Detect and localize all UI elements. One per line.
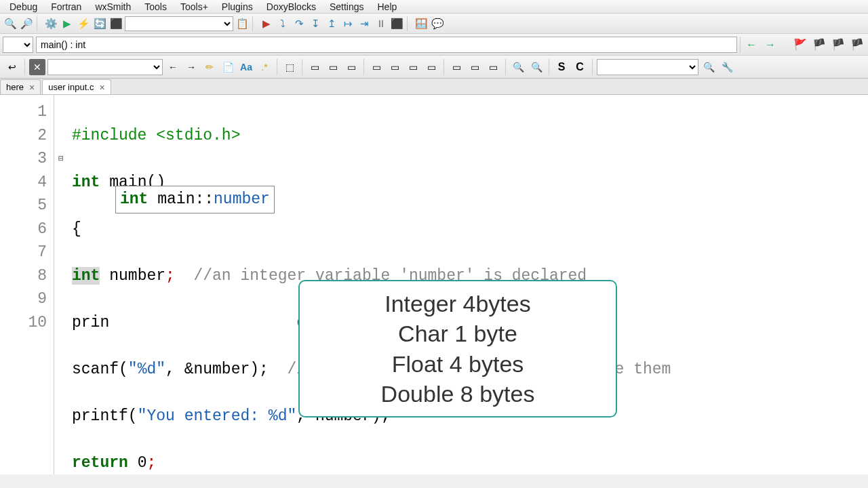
abort-icon[interactable]: ⬛ (108, 16, 123, 31)
menu-plugins[interactable]: Plugins (215, 0, 260, 14)
highlight-icon[interactable]: ✏ (201, 59, 218, 75)
menu-fortran[interactable]: Fortran (44, 0, 88, 14)
zoom-fit-icon[interactable]: 🔎 (19, 16, 34, 31)
menu-wxsmith[interactable]: wxSmith (88, 0, 138, 14)
tab-user-input[interactable]: user input.c × (42, 79, 111, 94)
clear-icon[interactable]: ✕ (29, 59, 45, 75)
line-gutter: 1 2 3 4 5 6 7 8 9 10 (0, 95, 54, 474)
bookmark-clear-icon[interactable]: 🏴 (849, 37, 865, 53)
block7-icon[interactable]: ▭ (423, 59, 439, 75)
next-line-icon[interactable]: ↷ (292, 16, 307, 31)
tab-label: here (6, 82, 24, 92)
block4-icon[interactable]: ▭ (368, 59, 384, 75)
search-toolbar: ↩ ✕ ← → ✏ 📄 Aa .* ⬚ ▭ ▭ ▭ ▭ ▭ ▭ ▭ ▭ ▭ ▭ … (0, 56, 868, 79)
find-combo[interactable] (47, 59, 163, 75)
scope-dropdown[interactable] (3, 37, 33, 53)
match-case-icon[interactable]: 📄 (220, 59, 236, 75)
symbol-combo[interactable]: main() : int (36, 37, 737, 53)
bookmark-toggle-icon[interactable]: 🚩 (792, 37, 808, 53)
step-out-icon[interactable]: ↥ (324, 16, 339, 31)
bookmark-prev-icon[interactable]: 🏴 (811, 37, 827, 53)
menu-debug[interactable]: Debug (3, 0, 44, 14)
block10-icon[interactable]: ▭ (485, 59, 501, 75)
jump-back-icon[interactable]: ↩ (4, 59, 20, 75)
tab-label: user input.c (48, 82, 94, 92)
menu-tools[interactable]: Tools (138, 0, 174, 14)
zoom-in-icon[interactable]: 🔍 (510, 59, 526, 75)
zoom-out-icon[interactable]: 🔍 (528, 59, 545, 75)
select-icon[interactable]: ⬚ (281, 59, 298, 75)
next-instr-icon[interactable]: ↦ (340, 16, 355, 31)
block1-icon[interactable]: ▭ (307, 59, 323, 75)
tab-here[interactable]: here × (0, 79, 41, 94)
zoom-icon[interactable]: 🔍 (3, 16, 18, 31)
whole-word-icon[interactable]: Aa (238, 59, 254, 75)
main-toolbar: 🔍 🔎 ⚙️ ▶ ⚡ 🔄 ⬛ 📋 ▶ ⤵ ↷ ↧ ↥ ↦ ⇥ ⏸ ⬛ 🪟 💬 (0, 14, 868, 34)
block9-icon[interactable]: ▭ (467, 59, 483, 75)
info-overlay: Integer 4bytes Char 1 byte Float 4 bytes… (298, 280, 617, 418)
menu-help[interactable]: Help (371, 0, 404, 14)
fold-column[interactable]: ⊟ (54, 95, 68, 474)
close-icon[interactable]: × (29, 82, 35, 93)
replace-combo[interactable] (597, 59, 698, 75)
info-line-4: Double 8 bytes (381, 379, 535, 409)
info-line-1: Integer 4bytes (384, 289, 530, 319)
bookmark-next-icon[interactable]: 🏴 (830, 37, 846, 53)
step-instr-icon[interactable]: ⇥ (357, 16, 372, 31)
debug-run-icon[interactable]: ▶ (259, 16, 274, 31)
block5-icon[interactable]: ▭ (387, 59, 403, 75)
info-icon[interactable]: 💬 (430, 16, 445, 31)
find-prev-icon[interactable]: ← (165, 59, 181, 75)
build-target-combo[interactable] (125, 16, 233, 31)
rebuild-icon[interactable]: 🔄 (92, 16, 107, 31)
menu-toolsplus[interactable]: Tools+ (174, 0, 215, 14)
break-icon[interactable]: ⏸ (373, 16, 388, 31)
step-into-icon[interactable]: ↧ (308, 16, 323, 31)
debug-windows-icon[interactable]: 🪟 (414, 16, 429, 31)
build-run-icon[interactable]: ⚡ (76, 16, 91, 31)
search-icon[interactable]: 🔍 (701, 59, 717, 75)
menu-doxyblocks[interactable]: DoxyBlocks (260, 0, 323, 14)
info-line-2: Char 1 byte (398, 319, 517, 348)
nav-forward-icon[interactable]: → (762, 37, 778, 53)
nav-bar: main() : int ← → 🚩 🏴 🏴 🏴 (0, 34, 868, 56)
block2-icon[interactable]: ▭ (325, 59, 341, 75)
tab-bar: here × user input.c × (0, 79, 868, 95)
code-tooltip: int main::number (115, 186, 275, 214)
info-line-3: Float 4 bytes (392, 349, 524, 379)
build-icon[interactable]: ⚙️ (43, 16, 58, 31)
menubar: Debug Fortran wxSmith Tools Tools+ Plugi… (0, 0, 868, 14)
close-icon[interactable]: × (99, 82, 104, 93)
run-icon[interactable]: ▶ (60, 16, 75, 31)
regex-icon[interactable]: .* (256, 59, 273, 75)
block3-icon[interactable]: ▭ (343, 59, 359, 75)
s-icon[interactable]: S (553, 59, 570, 75)
block8-icon[interactable]: ▭ (448, 59, 465, 75)
settings-gear-icon[interactable]: 🔧 (719, 59, 735, 75)
menu-settings[interactable]: Settings (323, 0, 371, 14)
block6-icon[interactable]: ▭ (405, 59, 421, 75)
target-options-icon[interactable]: 📋 (235, 16, 250, 31)
c-icon[interactable]: C (572, 59, 588, 75)
run-to-cursor-icon[interactable]: ⤵ (275, 16, 290, 31)
find-next-icon[interactable]: → (183, 59, 199, 75)
stop-debug-icon[interactable]: ⬛ (389, 16, 404, 31)
nav-back-icon[interactable]: ← (743, 37, 760, 53)
